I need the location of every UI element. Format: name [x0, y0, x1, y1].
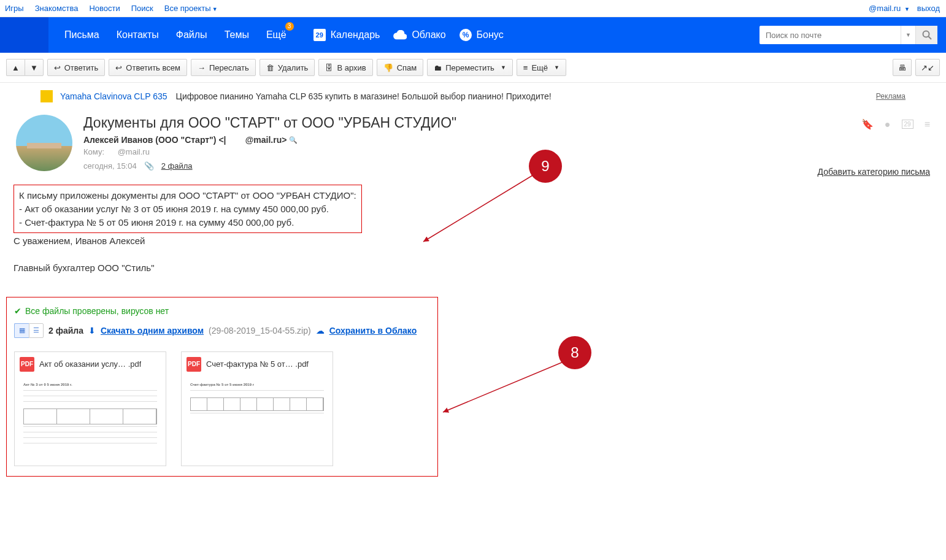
email-body: К письму приложены документы для ООО "СТ… [0, 171, 946, 288]
message-toolbar: ▲ ▼ ↩Ответить ↩Ответить всем →Переслать … [0, 53, 946, 83]
spam-icon: 👎 [383, 63, 393, 72]
download-icon: ⬇ [88, 326, 96, 336]
delete-button[interactable]: 🗑Удалить [260, 59, 315, 76]
bookmark-icon[interactable]: 🔖 [861, 118, 874, 130]
svg-point-2 [923, 31, 929, 37]
email-date: сегодня, 15:04 [83, 161, 137, 171]
arrow-8 [438, 359, 573, 417]
print-button[interactable]: 🖶 [893, 59, 912, 76]
logo-block[interactable] [0, 17, 48, 53]
search-button[interactable] [915, 26, 937, 44]
svg-line-5 [443, 362, 563, 412]
signature-line2: Главный бухгалтер ООО "Стиль" [13, 261, 933, 275]
reply-icon: ↩ [54, 63, 61, 72]
topnav-games[interactable]: Игры [5, 4, 24, 13]
topnav-news[interactable]: Новости [89, 4, 120, 13]
more-button[interactable]: ≡Ещё▼ [517, 59, 566, 76]
attachment-name: Акт об оказании услу… .pdf [39, 359, 141, 369]
download-all-link[interactable]: Скачать одним архивом [101, 326, 204, 336]
zip-name: (29-08-2019_15-04-55.zip) [209, 326, 311, 336]
bonus-icon: % [460, 29, 472, 41]
nav-bonus[interactable]: % Бонус [460, 29, 504, 41]
ad-text: Цифровое пианино Yamaha CLP 635 купить в… [176, 91, 552, 101]
ad-label[interactable]: Реклама [876, 92, 906, 101]
topnav-search[interactable]: Поиск [131, 4, 153, 13]
search-dropdown[interactable]: ▼ [901, 26, 915, 44]
reply-all-button[interactable]: ↩Ответить всем [109, 59, 187, 76]
search-icon [922, 30, 932, 40]
attachment-card[interactable]: PDF Счет-фактура № 5 от… .pdf Счет-факту… [181, 351, 333, 466]
virus-status: ✔ Все файлы проверены, вирусов нет [14, 306, 430, 316]
attachment-name: Счет-фактура № 5 от… .pdf [206, 359, 309, 369]
grid-icon: ▦ [19, 326, 25, 334]
ad-favicon [40, 90, 53, 102]
topnav-logout[interactable]: выход [917, 4, 940, 13]
archive-icon: 🗄 [325, 63, 333, 72]
email-header: Документы для ООО "СТАРТ" от ООО "УРБАН … [0, 110, 946, 171]
highlighted-box: К письму приложены документы для ООО "СТ… [13, 185, 362, 233]
forward-icon: → [198, 63, 206, 72]
reply-button[interactable]: ↩Ответить [47, 59, 106, 76]
attachment-preview: Счет-фактура № 5 от 5 июня 2019 г [182, 377, 333, 466]
check-icon: ✔ [14, 306, 21, 316]
chevron-down-icon: ▼ [501, 64, 506, 71]
spam-button[interactable]: 👎Спам [377, 59, 424, 76]
callout-9: 9 [529, 150, 562, 183]
forward-button[interactable]: →Переслать [191, 59, 256, 76]
nav-more[interactable]: Ещё 3 [258, 17, 295, 53]
search-input[interactable] [759, 26, 901, 44]
search-box[interactable]: ▼ [759, 26, 937, 44]
nav-files[interactable]: Файлы [167, 17, 216, 53]
nav-cloud[interactable]: Облако [393, 29, 445, 40]
archive-button[interactable]: 🗄В архив [318, 59, 372, 76]
cloud-out-icon: ☁ [316, 326, 325, 336]
attachment-preview: Акт № 3 от 0 5 июня 2019 г. [15, 377, 166, 466]
topnav-dating[interactable]: Знакомства [35, 4, 79, 13]
lookup-icon[interactable]: 🔍 [289, 136, 298, 144]
nav-contacts[interactable]: Контакты [108, 17, 167, 53]
ad-bar: Yamaha Clavinova CLP 635 Цифровое пианин… [0, 83, 946, 110]
list-icon: ☰ [33, 326, 39, 334]
unread-dot-icon[interactable]: ● [885, 119, 891, 130]
chevron-down-icon: ▼ [554, 64, 560, 71]
calendar-icon: 29 [313, 29, 326, 41]
attachments-block: ✔ Все файлы проверены, вирусов нет ▦ ☰ 2… [6, 297, 438, 477]
prev-msg-button[interactable]: ▲ [6, 59, 25, 76]
paperclip-icon: 📎 [144, 161, 154, 171]
top-nav: Игры Знакомства Новости Поиск Все проект… [0, 0, 946, 17]
print-icon: 🖶 [898, 63, 906, 72]
attachments-link[interactable]: 2 файла [161, 161, 193, 171]
sender-avatar[interactable] [16, 115, 72, 171]
nav-themes[interactable]: Темы [216, 17, 258, 53]
view-list-button[interactable]: ☰ [29, 323, 44, 338]
cloud-icon [393, 30, 407, 40]
topnav-user[interactable]: @mail.ru ▼ [869, 4, 910, 13]
attach-count: 2 файла [48, 326, 83, 336]
menu-icon: ≡ [523, 63, 528, 72]
email-subject: Документы для ООО "СТАРТ" от ООО "УРБАН … [83, 115, 930, 131]
ad-link[interactable]: Yamaha Clavinova CLP 635 [60, 91, 167, 101]
nav-calendar[interactable]: 29 Календарь [313, 29, 380, 41]
newwindow-button[interactable]: ↗↙ [915, 59, 940, 76]
save-cloud-link[interactable]: Сохранить в Облако [329, 326, 417, 336]
callout-8: 8 [558, 336, 591, 369]
pdf-icon: PDF [187, 357, 201, 372]
email-to: Кому: @mail.ru [83, 147, 930, 156]
attachment-card[interactable]: PDF Акт об оказании услу… .pdf Акт № 3 о… [14, 351, 166, 466]
nav-mail[interactable]: Письма [56, 17, 108, 53]
nav-more-badge: 3 [285, 22, 294, 31]
reply-all-icon: ↩ [115, 63, 122, 72]
menu-dots-icon[interactable]: ≡ [925, 119, 930, 130]
expand-icon: ↗↙ [921, 63, 934, 72]
view-grid-button[interactable]: ▦ [14, 323, 29, 338]
topnav-allprojects[interactable]: Все проекты▼ [164, 4, 218, 13]
folder-icon: 🖿 [434, 63, 442, 72]
next-msg-button[interactable]: ▼ [25, 59, 44, 76]
svg-line-3 [928, 37, 931, 40]
calendar-small-icon[interactable]: 29 [902, 120, 913, 129]
chevron-down-icon: ▼ [212, 6, 218, 12]
svg-text:%: % [462, 31, 469, 39]
chevron-down-icon: ▼ [904, 6, 910, 12]
move-button[interactable]: 🖿Переместить▼ [427, 59, 513, 76]
pdf-icon: PDF [20, 357, 34, 372]
